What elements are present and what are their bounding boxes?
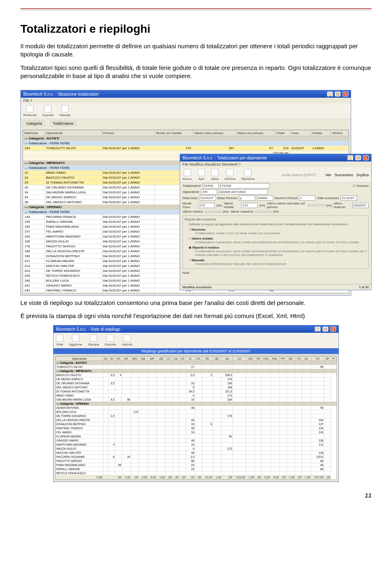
note-label: Note bbox=[183, 271, 189, 275]
apri-button[interactable]: Apri bbox=[198, 169, 205, 181]
window-title: Bloomtech S.n.c. - Totalizzatori per dip… bbox=[183, 156, 267, 160]
minimize-icon[interactable]: _ bbox=[315, 327, 321, 332]
window-title: Bloomtech S.n.c. - Situazione totalizzat… bbox=[23, 92, 99, 96]
aggiorna-button[interactable]: Aggiorna bbox=[69, 334, 82, 346]
nuovo-button[interactable]: Nuovo bbox=[183, 169, 192, 181]
radio-nessuna[interactable]: ○ Nessunail totalizzatore scade e non ne… bbox=[185, 227, 367, 236]
data-inizio-field[interactable]: 01/01/07 bbox=[200, 195, 216, 201]
totalizzatore-desc[interactable]: FERIE bbox=[220, 183, 270, 188]
nte-button[interactable]: Nte bbox=[325, 173, 331, 177]
titlebar: Bloomtech S.n.c. - Situazione totalizzat… bbox=[21, 90, 351, 98]
intro-p2: Totalizzatori tipici sono quelli di fles… bbox=[20, 64, 372, 81]
totalizzatore-code[interactable]: FERIE bbox=[203, 183, 219, 188]
radio-manuale[interactable]: ○ Manualenecessita dell'immissione manua… bbox=[185, 258, 367, 267]
dipendente-code[interactable]: 245 bbox=[201, 189, 217, 195]
note-field[interactable] bbox=[183, 275, 369, 282]
ricalcola-button[interactable]: Ricalcola bbox=[23, 105, 36, 117]
data-scadenza-field[interactable]: 31/12/07 bbox=[341, 195, 357, 201]
page-number: 11 bbox=[20, 492, 372, 499]
regola-group: Regola alla scadenza Indicare la regola … bbox=[183, 215, 369, 269]
regola-note: Indicare la regola da applicare alla sca… bbox=[185, 222, 367, 227]
window-title: Bloomtech S.n.c. - Viste di riepilogo bbox=[56, 327, 120, 332]
radio-valore iniziale[interactable]: ○ Valore inizialeil totalizzatore succes… bbox=[185, 236, 367, 245]
valore-min-label: Valore minimo bbox=[183, 210, 203, 213]
data-inizio-label: Data Inizio bbox=[183, 196, 198, 200]
base-periodo-label: Base Periodo bbox=[218, 196, 237, 200]
maximize-icon[interactable]: □ bbox=[355, 155, 361, 160]
ultimo-calc-field bbox=[308, 204, 325, 206]
window-tot-dipendente: Bloomtech S.n.c. - Totalizzatori per dip… bbox=[180, 154, 372, 290]
ultimo-calc-label: Ultimo valore calcolato sul periodo bbox=[267, 202, 306, 209]
duplica-button[interactable]: Duplica bbox=[356, 173, 369, 177]
toolbar: RicalcolaEsportaStampa bbox=[21, 103, 351, 119]
close-icon[interactable]: × bbox=[343, 92, 348, 96]
filter-totalizzatore[interactable]: Totalizzatore bbox=[50, 121, 77, 126]
monte-fisso-field[interactable]: 272 bbox=[198, 203, 215, 208]
numero-periodi-label: Numero Periodi bbox=[275, 196, 298, 200]
status-right: 1 di 30 bbox=[359, 285, 369, 289]
stampa-button[interactable]: Stampa bbox=[88, 334, 99, 346]
base-periodo-v[interactable]: y bbox=[239, 195, 255, 201]
esporta-button[interactable]: Esporta bbox=[105, 334, 116, 346]
window-riepilogo: Bloomtech S.n.c. - Viste di riepilogo _ … bbox=[53, 325, 339, 482]
page-title: Totalizzatori e riepiloghi bbox=[20, 22, 372, 36]
esporta-button[interactable]: Esporta bbox=[42, 105, 53, 117]
stampa-button[interactable]: Stampa bbox=[59, 105, 71, 117]
valore-iniziale-label: Valore iniziale bbox=[224, 202, 240, 209]
ripristina-button[interactable]: Ripristina bbox=[241, 169, 254, 181]
mid-p2: Le viste di riepilogo sui totalizzatori … bbox=[20, 299, 372, 307]
viste-button[interactable]: Viste bbox=[56, 334, 63, 346]
regola-legend: Regola alla scadenza bbox=[185, 217, 367, 221]
grid-riepilogo[interactable]: DipendenteINSIFEMTMOMAMPABLFLNFSFLFGPEBC… bbox=[55, 356, 337, 480]
radio-riporta il residuo[interactable]: ◉ Riporta il residuoil totalizzatore suc… bbox=[185, 245, 367, 258]
dipendente-label: Dipendente bbox=[183, 190, 199, 194]
minimize-icon[interactable]: _ bbox=[327, 92, 333, 96]
valore-min-field[interactable] bbox=[205, 211, 221, 213]
ultimo-ricalc-field: 09/05/07 bbox=[352, 203, 369, 208]
maximize-icon[interactable]: □ bbox=[323, 327, 328, 332]
ultimo-ricalc-label: ultimo ricalcolo bbox=[334, 202, 351, 209]
filter-categoria[interactable]: Categoria bbox=[23, 121, 45, 126]
base-periodo-u[interactable]: ANNO bbox=[257, 195, 273, 201]
minimize-icon[interactable]: _ bbox=[347, 155, 353, 160]
monte-fisso-label: Monte Fisso bbox=[183, 202, 197, 209]
successivo-button[interactable]: Successivo bbox=[334, 173, 353, 177]
menubar[interactable]: File Modifica Visualizza Strumenti ? bbox=[180, 161, 371, 167]
numero-periodi-field[interactable]: 1 bbox=[299, 195, 315, 201]
salva-button[interactable]: Salva bbox=[211, 169, 219, 181]
toolbar: NuovoApriSalvaEliminaRipristinaAvvia ric… bbox=[180, 167, 371, 183]
mid-p3: È prevista la stampa di ogni vista nonch… bbox=[20, 312, 372, 320]
toolbar: VisteAggiornaStampaEsportaImplodi bbox=[53, 333, 339, 348]
valore-max-label: Valore massimo bbox=[230, 210, 254, 213]
riepilogo-title: Riepilogo giustificativi per dipendente … bbox=[53, 348, 339, 354]
data-scadenza-label: Data scadenza bbox=[317, 196, 339, 200]
scaduto-checkbox[interactable]: ☐ Scaduto bbox=[353, 184, 369, 188]
dipendente-desc[interactable]: ADAMI ANTONIO bbox=[219, 189, 268, 195]
elimina-button[interactable]: Elimina bbox=[225, 169, 235, 181]
totalizzatore-label: Totalizzatore bbox=[183, 184, 201, 188]
close-icon[interactable]: × bbox=[330, 327, 336, 332]
implodi-button[interactable]: Implodi bbox=[122, 334, 132, 346]
window-controls: _ □ × bbox=[326, 92, 348, 96]
menubar[interactable]: File ? bbox=[21, 98, 351, 103]
valore-iniziale-field[interactable]: 272 bbox=[241, 203, 258, 208]
valore-max-field[interactable] bbox=[255, 211, 272, 213]
close-icon[interactable]: × bbox=[363, 155, 369, 160]
status-left: Modifica documento bbox=[183, 285, 212, 289]
intro-p1: Il modulo dei totalizzatori permette di … bbox=[20, 42, 372, 59]
search-input[interactable]: Avvia ricerca (Ctrl+F) bbox=[281, 173, 322, 177]
filter-row: Categoria Totalizzatore bbox=[21, 119, 351, 128]
maximize-icon[interactable]: □ bbox=[335, 92, 341, 96]
screenshot-group-1: Bloomtech S.n.c. - Situazione totalizzat… bbox=[20, 85, 372, 277]
